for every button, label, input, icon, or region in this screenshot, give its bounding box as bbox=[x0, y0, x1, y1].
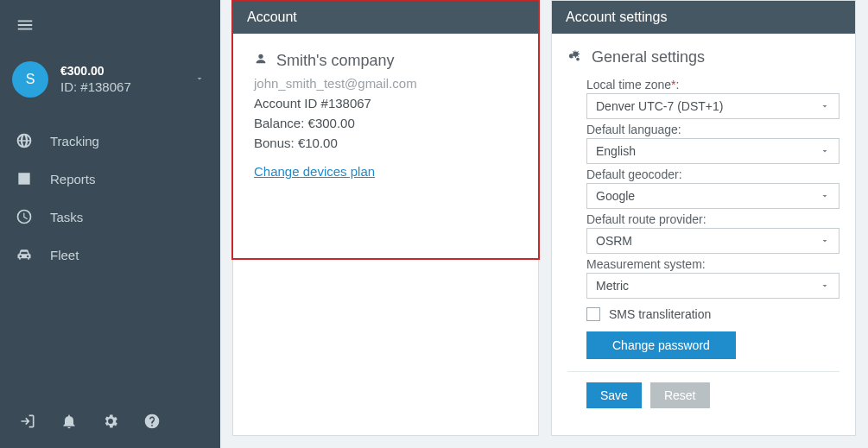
language-select[interactable]: English bbox=[586, 138, 839, 164]
exit-icon bbox=[19, 413, 36, 432]
chevron-down-icon bbox=[820, 279, 830, 293]
user-icon bbox=[254, 51, 276, 71]
chevron-down-icon bbox=[820, 189, 830, 204]
change-devices-plan-link[interactable]: Change devices plan bbox=[254, 164, 375, 179]
general-settings-heading: General settings bbox=[592, 48, 705, 66]
gear-icon bbox=[102, 413, 119, 432]
route-provider-label: Default route provider: bbox=[586, 212, 839, 226]
sidebar-account-id: ID: #138067 bbox=[60, 79, 189, 96]
profile-dropdown[interactable]: S €300.00 ID: #138067 bbox=[0, 46, 220, 113]
sidebar-item-tasks[interactable]: Tasks bbox=[0, 198, 220, 236]
sms-transliteration-label: SMS transliteration bbox=[609, 307, 711, 321]
menu-icon bbox=[16, 23, 35, 37]
sidebar-item-label: Tasks bbox=[50, 210, 83, 224]
chart-icon bbox=[16, 170, 33, 187]
geocoder-select[interactable]: Google bbox=[586, 183, 839, 209]
geocoder-label: Default geocoder: bbox=[586, 167, 839, 181]
chevron-down-icon bbox=[820, 99, 830, 114]
avatar: S bbox=[12, 61, 48, 98]
account-id-line: Account ID #138067 bbox=[254, 96, 517, 110]
chevron-down-icon bbox=[820, 234, 830, 249]
timezone-label: Local time zone*: bbox=[586, 78, 839, 91]
language-label: Default language: bbox=[586, 123, 839, 136]
bell-icon bbox=[60, 413, 78, 432]
globe-icon bbox=[16, 132, 33, 149]
help-icon bbox=[143, 413, 161, 432]
account-panel: Account Smith's company john_smith_test@… bbox=[232, 0, 539, 436]
menu-toggle-button[interactable] bbox=[0, 0, 220, 46]
sidebar-item-tracking[interactable]: Tracking bbox=[0, 122, 220, 160]
logout-button[interactable] bbox=[19, 413, 36, 432]
measurement-select[interactable]: Metric bbox=[586, 273, 839, 299]
save-button[interactable]: Save bbox=[586, 382, 642, 408]
help-button[interactable] bbox=[143, 413, 161, 432]
sidebar-item-fleet[interactable]: Fleet bbox=[0, 236, 220, 274]
account-email: john_smith_test@gmail.com bbox=[254, 76, 517, 91]
car-icon bbox=[16, 246, 33, 263]
clock-icon bbox=[16, 208, 33, 225]
route-provider-select[interactable]: OSRM bbox=[586, 228, 839, 254]
timezone-select[interactable]: Denver UTC-7 (DST+1) bbox=[586, 93, 839, 119]
measurement-label: Measurement system: bbox=[586, 257, 839, 271]
settings-button[interactable] bbox=[102, 413, 119, 432]
balance-line: Balance: €300.00 bbox=[254, 116, 517, 130]
gears-icon bbox=[567, 47, 592, 67]
panel-header-settings: Account settings bbox=[552, 1, 855, 34]
bonus-line: Bonus: €10.00 bbox=[254, 136, 517, 150]
chevron-down-icon bbox=[820, 144, 830, 159]
sms-transliteration-checkbox[interactable] bbox=[586, 307, 600, 321]
reset-button[interactable]: Reset bbox=[650, 382, 710, 408]
account-settings-panel: Account settings General settings Local … bbox=[551, 0, 856, 436]
company-name: Smith's company bbox=[276, 52, 395, 70]
sidebar-balance: €300.00 bbox=[60, 63, 189, 79]
notifications-button[interactable] bbox=[60, 413, 78, 432]
chevron-down-icon bbox=[194, 73, 205, 86]
sidebar-item-label: Fleet bbox=[50, 248, 79, 262]
sidebar-item-reports[interactable]: Reports bbox=[0, 160, 220, 198]
panel-header-account: Account bbox=[233, 1, 538, 34]
sidebar-item-label: Reports bbox=[50, 172, 96, 186]
sidebar-item-label: Tracking bbox=[50, 134, 99, 148]
change-password-button[interactable]: Change password bbox=[586, 331, 736, 359]
